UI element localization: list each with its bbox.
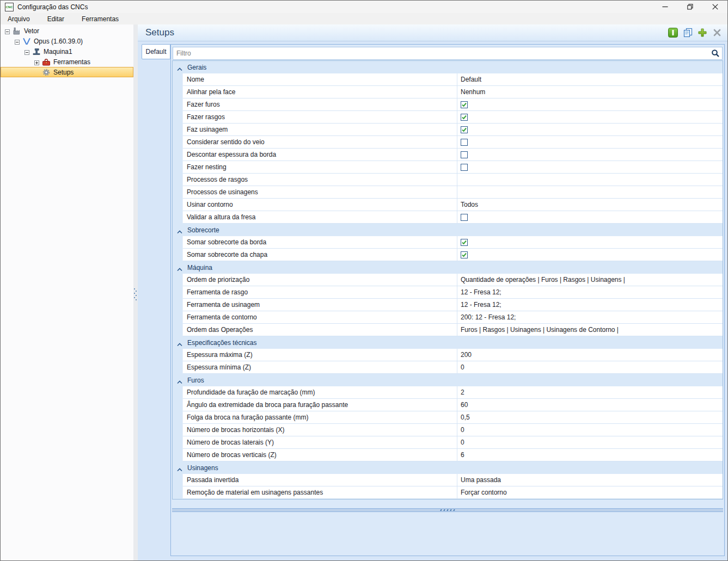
- property-value-ordem-das-operacoes[interactable]: Furos | Rasgos | Usinagens | Usinagens d…: [457, 324, 723, 336]
- property-value-numero-de-brocas-horizontais-x[interactable]: 0: [457, 424, 723, 436]
- property-row-nome[interactable]: NomeDefault: [173, 73, 723, 86]
- property-value-processos-de-usinagens[interactable]: [457, 186, 723, 199]
- property-value-espessura-minima-z[interactable]: 0: [457, 361, 723, 374]
- filter-input[interactable]: [173, 47, 722, 59]
- tree-item-setups[interactable]: Setups: [1, 67, 133, 77]
- property-row-passada-invertida[interactable]: Passada invertidaUma passada: [173, 474, 723, 486]
- property-row-somar-sobrecorte-da-borda[interactable]: Somar sobrecorte da borda: [173, 236, 723, 249]
- property-row-fazer-furos[interactable]: Fazer furos: [173, 98, 723, 111]
- section-header-usinagens[interactable]: Usinagens: [173, 461, 723, 474]
- expand-icon[interactable]: [34, 59, 39, 64]
- property-row-somar-sobrecorte-da-chapa[interactable]: Somar sobrecorte da chapa: [173, 249, 723, 261]
- menu-ferramentas[interactable]: Ferramentas: [76, 14, 124, 24]
- checkbox-fazer-nesting[interactable]: [461, 164, 468, 171]
- property-row-fazer-rasgos[interactable]: Fazer rasgos: [173, 111, 723, 124]
- property-row-descontar-espessura-da-borda[interactable]: Descontar espessura da borda: [173, 149, 723, 161]
- menu-editar[interactable]: Editar: [42, 14, 70, 24]
- property-value-considerar-sentido-do-veio[interactable]: [457, 136, 723, 149]
- property-row-validar-a-altura-da-fresa[interactable]: Validar a altura da fresa: [173, 211, 723, 224]
- menu-arquivo[interactable]: Arquivo: [2, 14, 35, 24]
- checkbox-somar-sobrecorte-da-borda[interactable]: [461, 239, 468, 246]
- collapse-icon[interactable]: [15, 39, 20, 44]
- checkbox-validar-a-altura-da-fresa[interactable]: [461, 214, 468, 221]
- property-value-processos-de-rasgos[interactable]: [457, 174, 723, 186]
- property-value-numero-de-brocas-verticais-z[interactable]: 6: [457, 449, 723, 461]
- vertical-splitter[interactable]: [133, 24, 138, 560]
- property-value-fazer-nesting[interactable]: [457, 161, 723, 174]
- property-value-usinar-contorno[interactable]: Todos: [457, 199, 723, 211]
- property-row-processos-de-rasgos[interactable]: Processos de rasgos: [173, 174, 723, 186]
- property-row-processos-de-usinagens[interactable]: Processos de usinagens: [173, 186, 723, 199]
- property-value-folga-da-broca-na-furacao-passante-mm[interactable]: 0,5: [457, 411, 723, 424]
- add-button[interactable]: [697, 27, 708, 38]
- property-row-alinhar-pela-face[interactable]: Alinhar pela faceNenhum: [173, 86, 723, 98]
- property-value-somar-sobrecorte-da-borda[interactable]: [457, 236, 723, 249]
- section-header-sobrecorte[interactable]: Sobrecorte: [173, 224, 723, 236]
- search-icon[interactable]: [711, 49, 720, 58]
- property-row-numero-de-brocas-laterais-y[interactable]: Número de brocas laterais (Y)0: [173, 436, 723, 449]
- checkbox-descontar-espessura-da-borda[interactable]: [461, 151, 468, 158]
- property-row-espessura-minima-z[interactable]: Espessura mínima (Z)0: [173, 361, 723, 374]
- tree-item-opus-1-60-39-0[interactable]: Opus (1.60.39.0): [1, 36, 133, 46]
- copy-button[interactable]: [682, 27, 693, 38]
- property-row-ferramenta-de-contorno[interactable]: Ferramenta de contorno200: 12 - Fresa 12…: [173, 311, 723, 324]
- collapse-icon[interactable]: [25, 49, 29, 54]
- checkbox-faz-usinagem[interactable]: [461, 126, 468, 133]
- property-label: Processos de rasgos: [182, 174, 457, 186]
- property-row-considerar-sentido-do-veio[interactable]: Considerar sentido do veio: [173, 136, 723, 149]
- minimize-button[interactable]: [652, 1, 677, 13]
- horizontal-splitter[interactable]: [172, 508, 723, 512]
- property-row-faz-usinagem[interactable]: Faz usinagem: [173, 124, 723, 136]
- tree-item-vetor[interactable]: Vetor: [1, 26, 133, 36]
- property-row-numero-de-brocas-verticais-z[interactable]: Número de brocas verticais (Z)6: [173, 449, 723, 461]
- delete-button[interactable]: [712, 27, 723, 38]
- green-i-button[interactable]: [668, 27, 678, 38]
- tree-item-maquina1[interactable]: Maquina1: [1, 46, 133, 57]
- property-value-passada-invertida[interactable]: Uma passada: [457, 474, 723, 486]
- restore-button[interactable]: [677, 1, 702, 13]
- property-row-ferramenta-de-usinagem[interactable]: Ferramenta de usinagem12 - Fresa 12;: [173, 299, 723, 311]
- property-value-somar-sobrecorte-da-chapa[interactable]: [457, 249, 723, 261]
- property-row-espessura-maxima-z[interactable]: Espessura máxima (Z)200: [173, 349, 723, 361]
- section-header-furos[interactable]: Furos: [173, 374, 723, 386]
- property-value-remocao-de-material-em-usinagens-passantes[interactable]: Forçar contorno: [457, 486, 723, 499]
- checkbox-somar-sobrecorte-da-chapa[interactable]: [461, 251, 468, 258]
- chevron-up-icon: [177, 65, 182, 69]
- section-header-gerais[interactable]: Gerais: [173, 61, 723, 73]
- section-header-especificacoes-tecnicas[interactable]: Especificações técnicas: [173, 336, 723, 349]
- property-value-ordem-de-priorizacao[interactable]: Quantidade de operações | Furos | Rasgos…: [457, 274, 723, 286]
- property-row-ordem-das-operacoes[interactable]: Ordem das OperaçõesFuros | Rasgos | Usin…: [173, 324, 723, 336]
- property-row-profundidade-da-furacao-de-marcacao-mm[interactable]: Profundidade da furação de marcação (mm)…: [173, 386, 723, 399]
- property-value-profundidade-da-furacao-de-marcacao-mm[interactable]: 2: [457, 386, 723, 399]
- property-row-numero-de-brocas-horizontais-x[interactable]: Número de brocas horizontais (X)0: [173, 424, 723, 436]
- property-value-espessura-maxima-z[interactable]: 200: [457, 349, 723, 361]
- property-value-validar-a-altura-da-fresa[interactable]: [457, 211, 723, 224]
- property-value-descontar-espessura-da-borda[interactable]: [457, 149, 723, 161]
- property-value-faz-usinagem[interactable]: [457, 124, 723, 136]
- property-row-remocao-de-material-em-usinagens-passantes[interactable]: Remoção de material em usinagens passant…: [173, 486, 723, 499]
- property-row-angulo-da-extremidade-da-broca-para-furacao-passante[interactable]: Ângulo da extremidade da broca para fura…: [173, 399, 723, 411]
- property-row-usinar-contorno[interactable]: Usinar contornoTodos: [173, 199, 723, 211]
- property-value-fazer-furos[interactable]: [457, 98, 723, 111]
- property-value-ferramenta-de-rasgo[interactable]: 12 - Fresa 12;: [457, 286, 723, 299]
- property-value-angulo-da-extremidade-da-broca-para-furacao-passante[interactable]: 60: [457, 399, 723, 411]
- property-value-numero-de-brocas-laterais-y[interactable]: 0: [457, 436, 723, 449]
- checkbox-fazer-rasgos[interactable]: [461, 114, 468, 121]
- tab-default[interactable]: Default: [142, 44, 170, 59]
- checkbox-considerar-sentido-do-veio[interactable]: [461, 139, 468, 146]
- collapse-icon[interactable]: [5, 28, 10, 33]
- checkbox-fazer-furos[interactable]: [461, 101, 468, 108]
- property-value-nome[interactable]: Default: [457, 73, 723, 86]
- property-value-ferramenta-de-usinagem[interactable]: 12 - Fresa 12;: [457, 299, 723, 311]
- tree-item-ferramentas[interactable]: Ferramentas: [1, 57, 133, 67]
- close-button[interactable]: [702, 1, 727, 13]
- property-row-folga-da-broca-na-furacao-passante-mm[interactable]: Folga da broca na furação passante (mm)0…: [173, 411, 723, 424]
- window-title: Configuração das CNCs: [17, 3, 88, 11]
- property-value-alinhar-pela-face[interactable]: Nenhum: [457, 86, 723, 98]
- property-value-fazer-rasgos[interactable]: [457, 111, 723, 124]
- property-value-ferramenta-de-contorno[interactable]: 200: 12 - Fresa 12;: [457, 311, 723, 324]
- section-header-maquina[interactable]: Máquina: [173, 261, 723, 274]
- property-row-fazer-nesting[interactable]: Fazer nesting: [173, 161, 723, 174]
- property-row-ordem-de-priorizacao[interactable]: Ordem de priorizaçãoQuantidade de operaç…: [173, 274, 723, 286]
- property-row-ferramenta-de-rasgo[interactable]: Ferramenta de rasgo12 - Fresa 12;: [173, 286, 723, 299]
